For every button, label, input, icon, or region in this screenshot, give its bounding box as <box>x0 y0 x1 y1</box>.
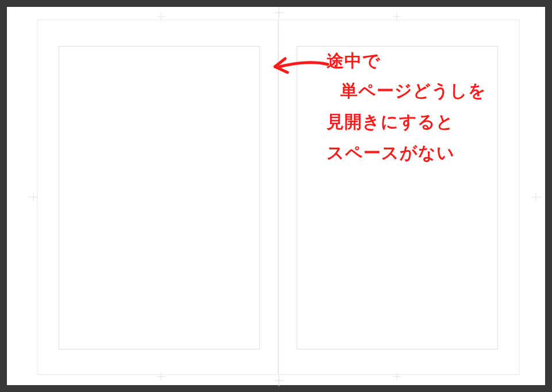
canvas-paper[interactable]: 途中で 単ページどうしを 見開きにすると スペースがない <box>7 7 545 385</box>
margin-guide-right <box>297 46 498 349</box>
crop-mark-mid-right <box>530 193 542 202</box>
margin-guide-left <box>59 46 260 349</box>
crop-mark-top-center <box>273 7 285 21</box>
